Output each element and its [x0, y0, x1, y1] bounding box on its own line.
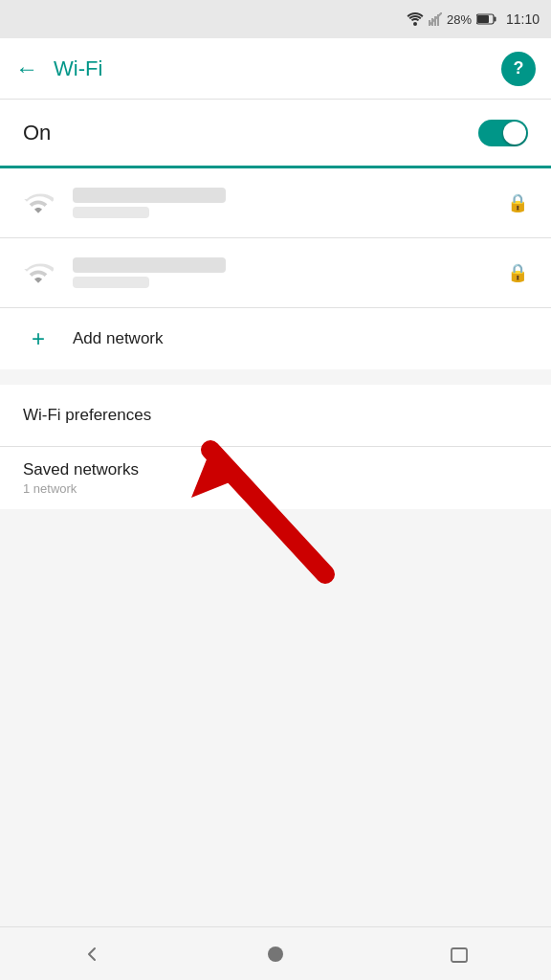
nav-back-button[interactable]: [69, 931, 115, 977]
svg-point-0: [413, 22, 417, 26]
svg-rect-7: [494, 17, 496, 22]
app-bar: ← Wi-Fi ?: [0, 38, 551, 100]
add-network-label: Add network: [73, 329, 164, 348]
network-list: 🔒 🔒 + Add network: [0, 168, 551, 369]
page-title: Wi-Fi: [54, 56, 486, 81]
svg-point-12: [268, 947, 283, 962]
battery-icon: [476, 13, 497, 25]
battery-percent: 28%: [447, 12, 472, 27]
add-network-row[interactable]: + Add network: [0, 308, 551, 369]
wifi-preferences-item[interactable]: Wi-Fi preferences: [0, 385, 551, 446]
network-sub-2: [73, 277, 149, 288]
saved-networks-item[interactable]: Saved networks 1 network: [0, 447, 551, 509]
status-time: 11:10: [506, 11, 540, 27]
network-name-2: [73, 257, 226, 273]
network-item-2[interactable]: 🔒: [0, 238, 551, 307]
network-info-1: [73, 188, 488, 218]
help-button[interactable]: ?: [501, 52, 536, 86]
wifi-icon-1: [23, 188, 54, 218]
back-button[interactable]: ←: [15, 56, 38, 82]
svg-rect-13: [452, 948, 467, 962]
nav-back-icon: [80, 943, 103, 966]
nav-recents-button[interactable]: [436, 931, 482, 977]
wifi-preferences-title: Wi-Fi preferences: [23, 406, 528, 425]
wifi-toggle-label: On: [23, 121, 51, 145]
nav-home-button[interactable]: [253, 931, 298, 977]
preferences-section: Wi-Fi preferences Saved networks 1 netwo…: [0, 385, 551, 509]
wifi-signal-icon-2: [23, 257, 54, 288]
nav-bar: [0, 926, 551, 980]
wifi-status-icon: [407, 12, 424, 26]
nav-home-icon: [264, 943, 287, 966]
wifi-toggle-switch[interactable]: [478, 120, 528, 146]
status-bar: 28% 11:10: [0, 0, 551, 38]
section-gap: [0, 369, 551, 385]
wifi-signal-icon-1: [23, 188, 54, 218]
saved-networks-title: Saved networks: [23, 460, 528, 479]
svg-rect-8: [477, 15, 489, 23]
add-network-icon: +: [23, 325, 54, 352]
network-sub-1: [73, 207, 149, 218]
lock-icon-2: 🔒: [507, 262, 528, 283]
wifi-toggle-row: On: [0, 100, 551, 168]
signal-icon: [429, 12, 442, 26]
network-name-1: [73, 188, 226, 203]
nav-recents-icon: [448, 943, 471, 966]
network-item-1[interactable]: 🔒: [0, 168, 551, 237]
lock-icon-1: 🔒: [507, 192, 528, 213]
wifi-icon-2: [23, 257, 54, 288]
status-icons: 28% 11:10: [407, 11, 540, 27]
network-info-2: [73, 257, 488, 288]
saved-networks-sub: 1 network: [23, 481, 528, 496]
